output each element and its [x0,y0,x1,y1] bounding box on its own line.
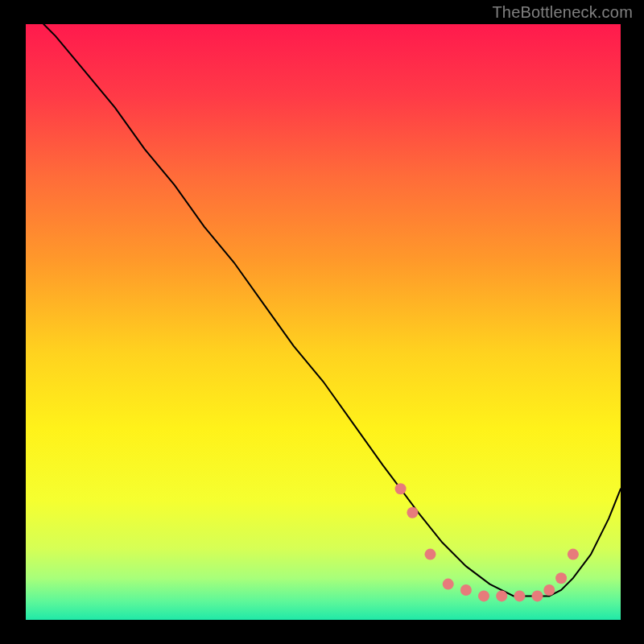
marker-dot [555,572,567,584]
marker-dot [460,584,472,596]
marker-dot [532,590,543,601]
gradient-background [26,24,621,620]
marker-dot [496,590,507,601]
marker-dot [568,549,579,560]
marker-dot [478,590,489,601]
bottleneck-chart [0,0,644,644]
marker-dot [407,507,418,518]
marker-dot [543,584,555,596]
marker-dot [443,579,454,590]
marker-dot [514,590,525,601]
marker-dot [425,549,436,560]
chart-container: TheBottleneck.com [0,0,644,644]
marker-dot [395,483,407,494]
